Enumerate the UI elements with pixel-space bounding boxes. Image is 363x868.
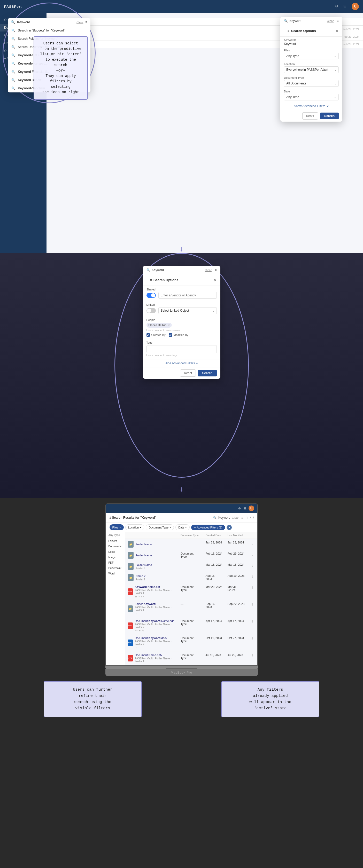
location-filter-btn[interactable]: Location ▾	[125, 524, 145, 530]
results-header: # Search Results for "Keyword" 🔍 Keyword…	[106, 513, 257, 523]
row-menu-icon-1[interactable]: ⋮	[251, 541, 254, 545]
modified-by-checkbox[interactable]	[169, 333, 172, 337]
date-filter-btn[interactable]: Date ▾	[175, 524, 190, 530]
adv-panel-title-text: Search Options	[153, 278, 178, 282]
created-by-checkbox-row[interactable]: Created By	[147, 333, 165, 337]
tag-close-icon[interactable]: ✕	[168, 323, 170, 327]
shared-row	[147, 292, 217, 299]
type-item-folders[interactable]: Folders	[106, 538, 125, 544]
row-menu-icon-4[interactable]: ⋮	[251, 574, 254, 578]
vendor-agency-input[interactable]	[158, 292, 217, 299]
row-menu-icon-5[interactable]: ⋮	[251, 585, 254, 589]
row9-file-info: Document Name.pptx PASSPort Vault › Fold…	[135, 653, 175, 663]
annotation-card-left: Users can furtherrefine theirsearch usin…	[44, 681, 142, 717]
files-filter-btn[interactable]: Files ▾	[110, 524, 124, 530]
date-select-wrapper[interactable]: Any Time	[284, 94, 339, 100]
hide-advanced-filters-btn[interactable]: Hide Advanced Filters ∧	[143, 359, 220, 367]
row1-menu[interactable]: ⋮	[248, 539, 257, 550]
dropdown-item-1[interactable]: 🔍 Search in "Budgets" for "Keyword"	[8, 26, 90, 35]
row9-menu[interactable]: ⋮	[248, 651, 257, 665]
files-select-wrapper[interactable]: Any Type	[284, 53, 339, 59]
row8-name: DOC Document Keyword.docx PASSPort Vault…	[125, 634, 178, 651]
linked-toggle[interactable]	[147, 308, 156, 313]
results-info-icon[interactable]: ⓘ	[250, 515, 254, 520]
tags-container[interactable]	[147, 345, 217, 353]
panel-menu-icon[interactable]: ≡	[337, 19, 339, 23]
nav-icon-group: ⊙ ⊞ U	[335, 3, 359, 10]
row5-path: PASSPort Vault › Folder Name › Folder 1	[135, 589, 175, 595]
type-item-word[interactable]: Word	[106, 571, 125, 576]
row5-meta: ★ ✎ 🏷	[135, 595, 175, 598]
filter-icon-button[interactable]: ≡	[85, 20, 87, 24]
row2-created: Feb 16, 2024	[203, 550, 225, 561]
row-menu-icon-7[interactable]: ⋮	[251, 619, 254, 623]
laptop-clock-icon: ⊙	[238, 506, 241, 510]
show-advanced-filters-btn[interactable]: Show Advanced Filters ∨	[280, 102, 342, 110]
results-search-icon: 🔍	[213, 516, 217, 520]
star-icon-5: ★	[135, 595, 137, 598]
row2-menu[interactable]: ⋮	[248, 550, 257, 561]
type-item-pdf[interactable]: PDF	[106, 560, 125, 565]
row-menu-icon-6[interactable]: ⋮	[251, 602, 254, 607]
clear-button[interactable]: Clear	[77, 21, 83, 24]
row4-name: 📁 Name 2 Folder 3	[125, 572, 178, 583]
row4-menu[interactable]: ⋮	[248, 572, 257, 583]
panel-clear-btn[interactable]: Clear	[327, 19, 334, 23]
row4-file-info: Name 2 Folder 3	[135, 575, 146, 581]
row-menu-icon-9[interactable]: ⋮	[251, 653, 254, 658]
date-select[interactable]: Any Time	[284, 94, 339, 100]
row8-menu[interactable]: ⋮	[248, 634, 257, 651]
laptop-label: MacBook Pro	[105, 669, 258, 676]
row3-menu[interactable]: ⋮	[248, 561, 257, 572]
reset-button[interactable]: Reset	[302, 112, 318, 120]
type-item-image[interactable]: Image	[106, 555, 125, 560]
created-by-checkbox[interactable]	[147, 333, 150, 337]
adv-panel-close-button[interactable]: ✕	[213, 278, 217, 283]
people-label: People	[147, 318, 217, 321]
search-input-row[interactable]: 🔍 Keyword Clear ≡	[8, 18, 90, 26]
results-title: # Search Results for "Keyword"	[110, 516, 156, 520]
row-menu-icon-3[interactable]: ⋮	[251, 563, 254, 567]
files-select[interactable]: Any Type	[284, 53, 339, 59]
linked-object-select[interactable]: Select Linked Object	[158, 307, 217, 314]
results-icons: ≡ ⊟ ⓘ	[241, 515, 254, 520]
row-menu-icon-8[interactable]: ⋮	[251, 637, 254, 641]
type-item-excel[interactable]: Excel	[106, 549, 125, 555]
adv-reset-button[interactable]: Reset	[180, 369, 196, 377]
document-type-filter-btn[interactable]: Document Type ▾	[146, 524, 174, 530]
linked-select-wrapper[interactable]: Select Linked Object	[158, 307, 217, 314]
document-type-field: Document Type All Documents	[280, 74, 342, 88]
adv-search-button[interactable]: Search	[198, 370, 216, 376]
shared-label: Shared	[147, 288, 217, 291]
shared-toggle[interactable]	[147, 293, 156, 298]
hide-advanced-label: Hide Advanced Filters	[165, 362, 195, 365]
panel-close-button[interactable]: ✕	[335, 29, 339, 34]
annotation-box-1: Users can selectfrom the predictivelist …	[34, 36, 88, 100]
type-item-powerpoint[interactable]: Powerpoint	[106, 565, 125, 571]
adv-clear-btn[interactable]: Clear	[205, 269, 212, 272]
row6-menu[interactable]: ⋮	[248, 600, 257, 617]
type-item-documents[interactable]: Documents	[106, 544, 125, 549]
location-select-wrapper[interactable]: Everywhere in PASSPort Vault	[284, 66, 339, 73]
row-menu-icon-2[interactable]: ⋮	[251, 552, 254, 556]
document-type-select[interactable]: All Documents	[284, 80, 339, 87]
advanced-filter-btn[interactable]: ≡ Advanced Filters (2)	[191, 525, 225, 530]
modified-by-checkbox-row[interactable]: Modified By	[169, 333, 188, 337]
results-view-icon[interactable]: ⊟	[245, 516, 248, 520]
linked-toggle-slider[interactable]	[147, 308, 156, 313]
location-select[interactable]: Everywhere in PASSPort Vault	[284, 66, 339, 73]
row7-menu[interactable]: ⋮	[248, 617, 257, 634]
arrow-down-1: ↓	[180, 245, 183, 253]
edit-icon-7: ✎	[142, 629, 144, 632]
shared-toggle-slider[interactable]	[147, 293, 156, 298]
laptop-avatar: U	[248, 505, 254, 511]
search-input[interactable]: Keyword	[17, 20, 74, 24]
row4-created: Aug 15, 2023	[203, 572, 225, 583]
row5-menu[interactable]: ⋮	[248, 583, 257, 600]
results-menu-icon[interactable]: ≡	[241, 516, 243, 520]
results-clear-btn[interactable]: Clear	[232, 516, 239, 519]
adv-menu-icon[interactable]: ≡	[215, 268, 217, 272]
search-button[interactable]: Search	[320, 113, 339, 119]
row6-filename: Folder Keyword	[135, 602, 175, 606]
document-type-select-wrapper[interactable]: All Documents	[284, 80, 339, 87]
